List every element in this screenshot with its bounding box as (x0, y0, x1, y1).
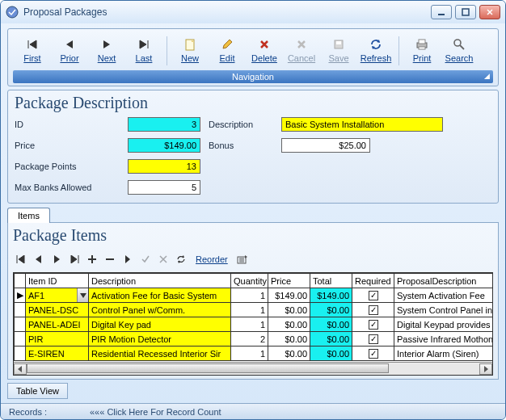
table-row[interactable]: PANEL-ADEIDigital Key pad1$0.00$0.00Digi… (15, 317, 494, 332)
table-row[interactable]: PIRPIR Motion Detector2$0.00$0.00Passive… (15, 332, 494, 346)
cell-description[interactable]: Activation Fee for Basic System (89, 288, 231, 303)
checkbox-icon[interactable] (369, 320, 378, 330)
cancel-button[interactable]: Cancel (284, 33, 319, 67)
last-button[interactable]: Last (126, 33, 162, 67)
grid-add-icon[interactable] (86, 253, 99, 266)
cell-item-id[interactable]: AF1 (26, 288, 89, 303)
reorder-button[interactable]: Reorder (192, 253, 231, 266)
checkbox-icon[interactable] (369, 349, 378, 359)
grid-post-icon[interactable] (139, 253, 152, 266)
scroll-thumb[interactable] (27, 363, 389, 373)
cell-total[interactable]: $149.00 (310, 288, 352, 303)
first-button[interactable]: First (15, 33, 50, 67)
grid-edit-icon[interactable] (121, 253, 134, 266)
price-field[interactable]: $149.00 (128, 138, 200, 153)
col-required[interactable]: Required (352, 274, 394, 288)
cell-quantity[interactable]: 2 (231, 332, 268, 346)
cell-required[interactable] (352, 303, 394, 317)
grid-next-icon[interactable] (50, 253, 63, 266)
cell-quantity[interactable]: 1 (231, 303, 268, 317)
cell-quantity[interactable]: 1 (231, 346, 268, 361)
checkbox-icon[interactable] (369, 305, 378, 315)
grid-remove-icon[interactable] (103, 253, 116, 266)
delete-button[interactable]: Delete (247, 33, 282, 67)
navigation-label: Navigation (232, 72, 274, 82)
checkbox-icon[interactable] (369, 291, 378, 300)
cell-required[interactable] (352, 288, 394, 303)
cell-price[interactable]: $0.00 (268, 303, 310, 317)
cell-item-id[interactable]: PIR (26, 332, 89, 346)
cell-proposal-desc[interactable]: Digital Keypad provides comple (394, 317, 494, 332)
dropdown-icon[interactable] (77, 288, 88, 302)
cell-required[interactable] (352, 317, 394, 332)
grid-first-icon[interactable] (15, 253, 27, 266)
grid-prior-icon[interactable] (32, 253, 45, 266)
search-button[interactable]: Search (441, 33, 477, 67)
points-field[interactable]: 13 (128, 159, 200, 174)
cell-price[interactable]: $0.00 (268, 346, 310, 361)
col-price[interactable]: Price (268, 274, 310, 288)
records-hint[interactable]: ««« Click Here For Record Count (90, 407, 221, 417)
scroll-left-icon[interactable] (14, 363, 27, 375)
save-button[interactable]: Save (321, 33, 356, 67)
col-quantity[interactable]: Quantity (231, 274, 268, 288)
prior-label: Prior (60, 53, 78, 63)
col-description[interactable]: Description (89, 274, 231, 288)
cell-price[interactable]: $0.00 (268, 317, 310, 332)
cell-description[interactable]: Control Panel w/Comm. (89, 303, 231, 317)
cell-price[interactable]: $0.00 (268, 332, 310, 346)
edit-button[interactable]: Edit (209, 33, 245, 67)
cell-description[interactable]: PIR Motion Detector (89, 332, 231, 346)
close-button[interactable] (479, 5, 500, 19)
row-indicator (15, 332, 26, 346)
navigation-strip[interactable]: Navigation ◢ (13, 70, 493, 83)
new-label: New (181, 53, 199, 63)
id-field[interactable]: 3 (128, 117, 200, 132)
grid-extra-icon[interactable] (236, 253, 249, 266)
cell-item-id[interactable]: PANEL-DSC (26, 303, 89, 317)
refresh-button[interactable]: Refresh (358, 33, 394, 67)
description-field[interactable]: Basic System Installation (281, 117, 443, 132)
print-icon (415, 37, 428, 52)
cell-quantity[interactable]: 1 (231, 288, 268, 303)
cell-item-id[interactable]: PANEL-ADEI (26, 317, 89, 332)
cell-proposal-desc[interactable]: Passive Infrared Mothon Detec (394, 332, 494, 346)
table-row[interactable]: PANEL-DSCControl Panel w/Comm.1$0.00$0.0… (15, 303, 494, 317)
col-item-id[interactable]: Item ID (26, 274, 89, 288)
cell-total[interactable]: $0.00 (310, 332, 352, 346)
table-row[interactable]: E-SIRENResidential Recessed Interior Sir… (15, 346, 494, 361)
minimize-button[interactable] (431, 5, 452, 19)
maxbanks-field[interactable]: 5 (128, 180, 200, 195)
grid-last-icon[interactable] (68, 253, 81, 266)
bonus-field[interactable]: $25.00 (281, 138, 370, 153)
print-button[interactable]: Print (404, 33, 440, 67)
grid-cancel-icon[interactable] (157, 253, 170, 266)
items-grid[interactable]: Item ID Description Quantity Price Total… (13, 272, 493, 376)
cell-item-id[interactable]: E-SIREN (26, 346, 89, 361)
col-proposal-desc[interactable]: ProposalDescription (394, 274, 494, 288)
cell-proposal-desc[interactable]: System Activation Fee (394, 288, 494, 303)
cell-total[interactable]: $0.00 (310, 346, 352, 361)
next-button[interactable]: Next (89, 33, 124, 67)
scroll-right-icon[interactable] (479, 363, 492, 375)
new-button[interactable]: New (172, 33, 208, 67)
grid-hscrollbar[interactable] (14, 362, 492, 375)
cell-total[interactable]: $0.00 (310, 303, 352, 317)
grid-refresh-icon[interactable] (175, 253, 188, 266)
cell-required[interactable] (352, 332, 394, 346)
cell-description[interactable]: Digital Key pad (89, 317, 231, 332)
col-total[interactable]: Total (310, 274, 352, 288)
cell-proposal-desc[interactable]: System Control Panel included (394, 303, 494, 317)
cell-proposal-desc[interactable]: Interior Alarm (Siren) (394, 346, 494, 361)
table-row[interactable]: ▶AF1Activation Fee for Basic System1$149… (15, 288, 494, 303)
table-view-tab[interactable]: Table View (7, 383, 68, 399)
cell-required[interactable] (352, 346, 394, 361)
items-tab[interactable]: Items (7, 208, 50, 223)
cell-price[interactable]: $149.00 (268, 288, 310, 303)
checkbox-icon[interactable] (369, 334, 378, 344)
cell-total[interactable]: $0.00 (310, 317, 352, 332)
maximize-button[interactable] (455, 5, 476, 19)
prior-button[interactable]: Prior (52, 33, 87, 67)
cell-quantity[interactable]: 1 (231, 317, 268, 332)
cell-description[interactable]: Residential Recessed Interior Sir (89, 346, 231, 361)
